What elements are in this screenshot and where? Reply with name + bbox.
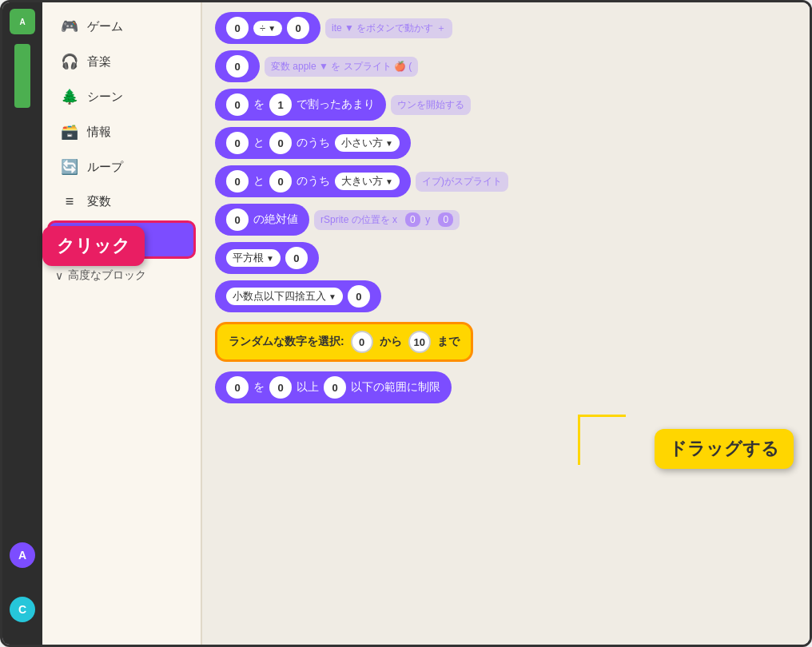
clamp-max-value[interactable]: 0 bbox=[324, 376, 346, 399]
sidebar-item-scene[interactable]: 🌲 シーン bbox=[47, 80, 196, 113]
min-block[interactable]: 0 と 0 のうち 小さい方 ▼ bbox=[215, 127, 411, 159]
min-right-value[interactable]: 0 bbox=[269, 132, 292, 154]
clamp-ijou-text: 以上 bbox=[297, 380, 319, 395]
block-row-max: 0 と 0 のうち 大きい方 ▼ イブ)がスプライト bbox=[215, 165, 797, 197]
random-kara-text: から bbox=[380, 335, 402, 349]
block-row-min: 0 と 0 のうち 小さい方 ▼ bbox=[215, 127, 797, 159]
block-row-clamp: 0 を 0 以上 0 以下の範囲に制限 bbox=[215, 371, 797, 403]
sidebar: 🎮 ゲーム 🎧 音楽 🌲 シーン 🗃️ 情報 🔄 ループ ≡ 変数 bbox=[42, 2, 202, 645]
main-container: A A C 🎮 ゲーム 🎧 音楽 🌲 シーン 🗃️ 情報 bbox=[0, 0, 812, 647]
clamp-value[interactable]: 0 bbox=[226, 376, 249, 399]
abs-value[interactable]: 0 bbox=[226, 208, 249, 231]
countdown-text: ウンを開始する bbox=[391, 95, 471, 115]
clamp-min-value[interactable]: 0 bbox=[269, 376, 292, 399]
block-row-apple: 0 変数 apple ▼ を スプライト 🍎 ( bbox=[215, 50, 797, 82]
random-label: ランダムな数字を選択: bbox=[229, 335, 344, 349]
round-selector[interactable]: 小数点以下四捨五入 ▼ bbox=[226, 288, 343, 305]
remainder-left-value[interactable]: 0 bbox=[226, 93, 249, 116]
round-block[interactable]: 小数点以下四捨五入 ▼ 0 bbox=[215, 280, 381, 312]
max-to-text: と bbox=[253, 174, 265, 189]
sidebar-item-loop-label: ループ bbox=[87, 160, 123, 175]
block-row-sqrt: 平方根 ▼ 0 bbox=[215, 242, 797, 274]
apple-value[interactable]: 0 bbox=[226, 55, 249, 77]
div-left-value[interactable]: 0 bbox=[226, 17, 249, 39]
toolbar-green-bar bbox=[14, 44, 30, 108]
min-nouchi-text: のうち bbox=[297, 136, 330, 150]
toolbar-letter-c[interactable]: C bbox=[10, 597, 35, 622]
block-row-abs: 0 の絶対値 rSprite の位置を x 0 y 0 bbox=[215, 204, 797, 236]
div-block[interactable]: 0 ÷ ▼ 0 bbox=[215, 12, 320, 44]
drag-connector-line bbox=[578, 415, 626, 417]
sidebar-item-music-label: 音楽 bbox=[87, 54, 111, 69]
loop-icon: 🔄 bbox=[60, 158, 79, 176]
random-from-value[interactable]: 0 bbox=[351, 331, 373, 353]
div-right-value[interactable]: 0 bbox=[287, 17, 309, 39]
sprite-button-text: ite ▼ をボタンで動かす ＋ bbox=[325, 18, 452, 38]
min-to-text: と bbox=[253, 136, 265, 150]
abs-label: の絶対値 bbox=[253, 212, 298, 227]
clamp-block[interactable]: 0 を 0 以上 0 以下の範囲に制限 bbox=[215, 371, 452, 403]
block-row-div: 0 ÷ ▼ 0 ite ▼ をボタンで動かす ＋ bbox=[215, 12, 797, 44]
sidebar-item-game[interactable]: 🎮 ゲーム bbox=[47, 10, 196, 43]
max-left-value[interactable]: 0 bbox=[226, 170, 249, 193]
sidebar-item-loop[interactable]: 🔄 ループ bbox=[47, 150, 196, 184]
sidebar-item-variable-label: 変数 bbox=[87, 194, 111, 209]
remainder-block[interactable]: 0 を 1 で割ったあまり bbox=[215, 89, 386, 121]
click-label: クリック bbox=[42, 226, 145, 266]
sidebar-item-scene-label: シーン bbox=[87, 89, 123, 105]
game-icon: 🎮 bbox=[60, 18, 79, 35]
position-text: rSprite の位置を x 0 y 0 bbox=[314, 210, 460, 230]
blocks-area: 0 ÷ ▼ 0 ite ▼ をボタンで動かす ＋ 0 変数 apple ▼ を … bbox=[212, 9, 800, 407]
random-block[interactable]: ランダムな数字を選択: 0 から 10 まで bbox=[215, 322, 473, 362]
remainder-divisor[interactable]: 1 bbox=[269, 93, 292, 116]
toolbar-icon-label: A bbox=[19, 18, 25, 26]
block-row-remainder: 0 を 1 で割ったあまり ウンを開始する bbox=[215, 89, 797, 121]
clamp-wo-text: を bbox=[253, 380, 265, 395]
round-value[interactable]: 0 bbox=[348, 285, 370, 308]
random-made-text: まで bbox=[437, 335, 460, 349]
max-block[interactable]: 0 と 0 のうち 大きい方 ▼ bbox=[215, 165, 411, 197]
sprite-type-text: イブ)がスプライト bbox=[416, 172, 508, 192]
drag-label: ドラッグする bbox=[655, 429, 794, 469]
apple-variable-text: 変数 apple ▼ を スプライト 🍎 ( bbox=[265, 57, 418, 77]
sqrt-value[interactable]: 0 bbox=[285, 247, 308, 269]
sqrt-selector[interactable]: 平方根 ▼ bbox=[226, 249, 281, 267]
sidebar-item-variable[interactable]: ≡ 変数 bbox=[47, 185, 196, 218]
block-row-random: ランダムな数字を選択: 0 から 10 まで bbox=[215, 319, 797, 365]
music-icon: 🎧 bbox=[60, 53, 79, 70]
sqrt-block[interactable]: 平方根 ▼ 0 bbox=[215, 242, 319, 274]
sidebar-item-info-label: 情報 bbox=[87, 125, 111, 140]
info-icon: 🗃️ bbox=[60, 123, 79, 141]
sidebar-item-music[interactable]: 🎧 音楽 bbox=[47, 45, 196, 78]
variable-icon: ≡ bbox=[60, 193, 79, 210]
max-selector[interactable]: 大きい方 ▼ bbox=[335, 173, 400, 190]
max-right-value[interactable]: 0 bbox=[269, 170, 292, 193]
sidebar-item-game-label: ゲーム bbox=[87, 19, 123, 34]
sidebar-item-info[interactable]: 🗃️ 情報 bbox=[47, 115, 196, 149]
random-to-value[interactable]: 10 bbox=[408, 331, 431, 353]
clamp-ika-text: 以下の範囲に制限 bbox=[351, 380, 440, 395]
max-nouchi-text: のうち bbox=[297, 174, 330, 189]
remainder-label: で割ったあまり bbox=[297, 97, 375, 112]
drag-connector-vertical bbox=[578, 415, 580, 465]
left-toolbar: A A C bbox=[2, 2, 42, 645]
toolbar-icon-green[interactable]: A bbox=[10, 9, 35, 34]
block-row-round: 小数点以下四捨五入 ▼ 0 bbox=[215, 280, 797, 312]
min-selector[interactable]: 小さい方 ▼ bbox=[335, 134, 400, 152]
apple-block[interactable]: 0 bbox=[215, 50, 260, 82]
div-operator[interactable]: ÷ ▼ bbox=[253, 21, 282, 36]
remainder-wo-text: を bbox=[253, 97, 265, 112]
scene-icon: 🌲 bbox=[60, 88, 79, 105]
toolbar-letter-a[interactable]: A bbox=[10, 542, 35, 568]
min-left-value[interactable]: 0 bbox=[226, 132, 249, 154]
abs-block[interactable]: 0 の絶対値 bbox=[215, 204, 309, 236]
main-content: 0 ÷ ▼ 0 ite ▼ をボタンで動かす ＋ 0 変数 apple ▼ を … bbox=[202, 2, 810, 645]
chevron-down-icon: ∨ bbox=[55, 269, 63, 282]
sidebar-advanced-label: 高度なブロック bbox=[68, 268, 146, 283]
